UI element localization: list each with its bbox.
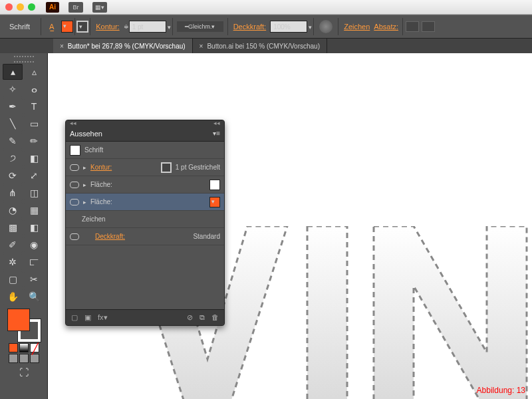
close-tab-icon[interactable]: ×	[60, 43, 64, 50]
panel-collapse-bar[interactable]: ◂◂◂◂	[66, 120, 224, 126]
opacity-link[interactable]: Deckkraft:	[233, 23, 267, 31]
slice-tool[interactable]: ✂	[24, 271, 44, 287]
opacity-dropdown[interactable]	[307, 23, 312, 31]
zoom-window-button[interactable]	[28, 3, 35, 11]
appearance-row-schrift[interactable]: Schrift	[66, 142, 224, 159]
divider	[402, 18, 403, 35]
visibility-toggle-icon[interactable]	[70, 232, 79, 241]
stroke-weight-input[interactable]: 1 pt	[129, 21, 166, 33]
paragraph-panel-link[interactable]: Absatz:	[374, 23, 398, 31]
duplicate-item-button[interactable]: ⧉	[200, 313, 205, 322]
fill-swatch-icon[interactable]	[7, 309, 30, 331]
row-label: Fläche:	[90, 198, 112, 205]
figure-caption: Abbildung: 13	[477, 386, 525, 395]
screen-mode-button[interactable]: ⛶	[7, 364, 41, 380]
clear-appearance-button[interactable]: ⊘	[187, 313, 193, 322]
visibility-toggle-icon[interactable]	[70, 180, 79, 190]
row-label[interactable]: Deckkraft:	[95, 233, 125, 240]
eyedropper-tool[interactable]: ✐	[3, 237, 23, 253]
scale-tool[interactable]: ⤢	[24, 168, 44, 184]
free-transform-tool[interactable]: ◫	[24, 185, 44, 201]
symbol-sprayer-tool[interactable]: ✲	[3, 254, 23, 270]
visibility-toggle-icon[interactable]	[70, 198, 79, 207]
stroke-weight-dropdown[interactable]	[166, 23, 171, 31]
kontur-link[interactable]: Kontur:	[96, 23, 119, 31]
opacity-input[interactable]: 100%	[270, 21, 307, 33]
document-tab[interactable]: × Button.ai bei 150 % (CMYK/Vorschau)	[193, 39, 327, 53]
character-panel-link[interactable]: Zeichen	[344, 23, 370, 31]
control-bar: Schrift A̲ Kontur: ≑ 1 pt ━ Gleichm.▾ De…	[0, 15, 532, 39]
align-left-button[interactable]	[406, 21, 419, 32]
appearance-row-kontur[interactable]: ▸ Kontur: 1 pt Gestrichelt	[66, 159, 224, 176]
expand-icon[interactable]: ▸	[83, 182, 86, 188]
close-tab-icon[interactable]: ×	[200, 43, 203, 50]
appearance-row-deckkraft[interactable]: Deckkraft: Standard	[66, 228, 224, 245]
divider	[313, 18, 314, 35]
appearance-row-flaeche-selected[interactable]: ▸ Fläche:	[66, 194, 224, 211]
blob-brush-tool[interactable]: ੭	[3, 150, 23, 166]
text-color-icon[interactable]: A̲	[45, 20, 59, 33]
stroke-swatch-icon[interactable]	[161, 162, 172, 173]
eraser-tool[interactable]: ◧	[24, 150, 44, 166]
document-tab-label: Button.ai bei 150 % (CMYK/Vorschau)	[207, 43, 320, 50]
recolor-artwork-button[interactable]	[319, 20, 332, 33]
appearance-panel-title[interactable]: Aussehen	[70, 130, 102, 138]
rectangle-tool[interactable]: ▭	[24, 116, 44, 132]
graph-tool[interactable]: ⫍	[24, 254, 44, 270]
stroke-profile-dropdown[interactable]: ━ Gleichm.▾	[177, 21, 223, 32]
pen-tool[interactable]: ✒	[3, 98, 23, 114]
color-mode-button[interactable]	[9, 343, 18, 352]
artboard-tool[interactable]: ▢	[3, 271, 23, 287]
fill-swatch-icon[interactable]	[209, 180, 220, 190]
appearance-row-flaeche[interactable]: ▸ Fläche:	[66, 176, 224, 194]
lasso-tool[interactable]: ⴰ	[24, 81, 44, 97]
mesh-tool[interactable]: ▩	[3, 219, 23, 235]
fill-swatch-icon[interactable]	[209, 197, 220, 207]
row-label[interactable]: Kontur:	[90, 164, 112, 171]
document-tab[interactable]: × Button* bei 267,89 % (CMYK/Vorschau)	[53, 39, 193, 53]
new-stroke-button[interactable]: ▢	[71, 313, 78, 322]
expand-icon[interactable]: ▸	[83, 164, 86, 171]
delete-item-button[interactable]: 🗑	[211, 313, 219, 322]
gradient-tool[interactable]: ◧	[24, 219, 44, 235]
blend-tool[interactable]: ◉	[24, 237, 44, 253]
new-fill-button[interactable]: ▣	[84, 313, 91, 322]
align-center-button[interactable]	[422, 21, 435, 32]
draw-inside-button[interactable]	[30, 354, 39, 363]
paintbrush-tool[interactable]: ✎	[3, 133, 23, 149]
rotate-tool[interactable]: ⟳	[3, 168, 23, 184]
direct-selection-tool[interactable]: ▵	[24, 64, 44, 80]
close-window-button[interactable]	[5, 3, 13, 11]
panel-menu-icon[interactable]: ▾≡	[213, 130, 220, 137]
minimize-window-button[interactable]	[17, 3, 24, 11]
fill-stroke-control[interactable]	[7, 309, 41, 342]
appearance-panel-footer: ▢ ▣ fx▾ ⊘ ⧉ 🗑	[66, 309, 224, 325]
fill-swatch[interactable]	[61, 21, 73, 33]
add-effect-button[interactable]: fx▾	[98, 313, 108, 322]
layout-button[interactable]: ▦▾	[92, 2, 107, 13]
bridge-button[interactable]: Br	[68, 2, 83, 13]
stroke-swatch[interactable]	[76, 21, 88, 33]
type-tool[interactable]: T	[24, 98, 44, 114]
row-label: Fläche:	[90, 181, 112, 188]
appearance-panel: ◂◂◂◂ Aussehen ▾≡ Schrift ▸ Kontur: 1 pt …	[65, 120, 225, 326]
draw-behind-button[interactable]	[19, 354, 29, 363]
none-mode-button[interactable]: ╱	[30, 343, 39, 352]
visibility-toggle-icon[interactable]	[70, 163, 79, 172]
hand-tool[interactable]: ✋	[3, 289, 23, 305]
magic-wand-tool[interactable]: ✧	[3, 81, 23, 97]
divider	[172, 18, 173, 35]
width-tool[interactable]: ⋔	[3, 185, 23, 201]
shape-builder-tool[interactable]: ◔	[3, 202, 23, 218]
line-tool[interactable]: ╲	[3, 116, 23, 132]
expand-icon[interactable]: ▸	[83, 199, 86, 205]
selection-tool[interactable]: ▴	[3, 64, 23, 80]
divider	[90, 18, 90, 35]
gradient-mode-button[interactable]	[19, 343, 29, 352]
draw-normal-button[interactable]	[9, 354, 18, 363]
perspective-grid-tool[interactable]: ▦	[24, 202, 44, 218]
appearance-row-zeichen[interactable]: Zeichen	[66, 211, 224, 228]
zoom-tool[interactable]: 🔍	[24, 289, 44, 305]
pencil-tool[interactable]: ✏	[24, 133, 44, 149]
panel-grip[interactable]	[3, 56, 45, 63]
